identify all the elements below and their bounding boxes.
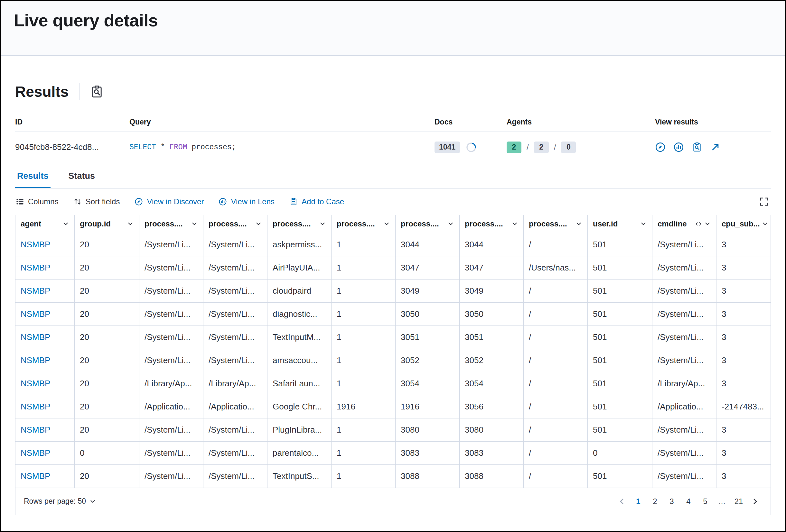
table-row: NSMBP20/System/Li.../System/Li...amsacco… [16,349,770,372]
column-header-3[interactable]: process.... [139,215,203,233]
lens-icon [218,197,227,206]
view-results-details-icon[interactable] [692,142,702,152]
grid-cell: /Library/Ap... [652,372,716,395]
view-in-discover-button[interactable]: View in Discover [135,197,204,206]
grid-cell: 501 [588,233,652,256]
chevron-down-icon [191,220,198,227]
grid-cell: 501 [588,418,652,442]
grid-cell: /System/Li... [139,418,203,442]
docs-count-badge: 1041 [435,142,460,153]
column-header-label: agent [21,219,60,228]
grid-cell: 501 [588,303,652,326]
column-header-9[interactable]: process.... [524,215,588,233]
agent-link-cell[interactable]: NSMBP [16,349,75,372]
summary-header-docs: Docs [435,118,507,126]
fullscreen-icon[interactable] [759,197,769,207]
loading-spinner-icon [464,140,478,154]
sort-fields-button[interactable]: Sort fields [73,197,120,206]
agents-failed-badge: 0 [561,142,576,153]
table-row: NSMBP20/System/Li.../System/Li...cloudpa… [16,280,770,303]
query-select-keyword: SELECT [130,143,156,151]
page-content: Results ID Query Docs Agents View result… [1,83,785,515]
agent-link-cell[interactable]: NSMBP [16,303,75,326]
column-header-4[interactable]: process.... [203,215,268,233]
column-header-5[interactable]: process.... [268,215,331,233]
agent-link-cell[interactable]: NSMBP [16,280,75,303]
discover-icon [135,197,143,206]
page-button-3[interactable]: 3 [664,494,679,509]
view-in-lens-icon[interactable] [673,142,684,152]
grid-cell: 3050 [460,303,524,326]
rows-per-page-button[interactable]: Rows per page: 50 [24,497,96,506]
grid-cell: diagnostic... [268,303,331,326]
column-header-11[interactable]: cmdline [652,215,716,233]
column-header-12[interactable]: cpu_sub... [716,215,771,233]
grid-cell: 1 [331,303,396,326]
grid-cell: 3044 [460,233,524,256]
grid-cell: /Users/nas... [524,256,588,280]
agent-link-cell[interactable]: NSMBP [16,395,75,418]
column-header-10[interactable]: user.id [588,215,652,233]
grid-cell: /System/Li... [652,418,716,442]
page-button-4[interactable]: 4 [681,494,696,509]
page-title: Live query details [14,10,772,31]
grid-cell: /System/Li... [203,233,268,256]
results-heading: Results [15,83,69,100]
grid-cell: /System/Li... [652,256,716,280]
summary-header-agents: Agents [507,118,655,126]
grid-cell: 20 [75,395,139,418]
column-header-label: process.... [529,219,573,228]
page-button-5[interactable]: 5 [698,494,713,509]
chevron-down-icon [762,220,769,227]
agent-link-cell[interactable]: NSMBP [16,233,75,256]
column-header-2[interactable]: group.id [75,215,139,233]
grid-cell: / [524,303,588,326]
agent-link-cell[interactable]: NSMBP [16,372,75,395]
columns-button[interactable]: Columns [16,197,59,206]
grid-cell: 1916 [396,395,460,418]
agent-link-cell[interactable]: NSMBP [16,326,75,349]
grid-cell: 3088 [396,465,460,488]
grid-cell: 3 [716,326,771,349]
agent-link-cell[interactable]: NSMBP [16,418,75,442]
previous-page-button[interactable] [615,494,629,509]
page-button-21[interactable]: 21 [731,494,746,509]
column-header-8[interactable]: process.... [460,215,524,233]
docs-cell: 1041 [435,142,507,153]
open-details-icon[interactable] [710,142,721,152]
column-header-6[interactable]: process.... [331,215,396,233]
agents-succeeded-badge: 2 [507,142,522,153]
column-header-7[interactable]: process.... [396,215,460,233]
agents-separator: / [554,143,556,152]
chevron-down-icon [447,220,454,227]
inspect-results-icon[interactable] [90,84,104,99]
tab-results[interactable]: Results [15,164,50,188]
column-header-1[interactable]: agent [16,215,75,233]
grid-cell: /Applicatio... [139,395,203,418]
page-button-1[interactable]: 1 [631,494,646,509]
tab-status[interactable]: Status [67,164,97,188]
chevron-down-icon [319,220,326,227]
view-in-discover-icon[interactable] [655,142,666,152]
agent-link-cell[interactable]: NSMBP [16,256,75,280]
page-button-2[interactable]: 2 [648,494,663,509]
chevron-down-icon [89,498,96,505]
query-text: SELECT * FROM processes; [130,143,435,151]
agent-link-cell[interactable]: NSMBP [16,465,75,488]
view-in-lens-button[interactable]: View in Lens [218,197,275,206]
grid-cell: 3 [716,442,771,465]
summary-row: 9045fcb8-8522-4cd8... SELECT * FROM proc… [15,132,771,164]
column-header-label: cpu_sub... [722,219,760,228]
grid-cell: 0 [588,442,652,465]
grid-cell: 3 [716,303,771,326]
grid-cell: 1 [331,349,396,372]
add-to-case-button[interactable]: Add to Case [290,197,344,206]
next-page-button[interactable] [748,494,762,509]
agent-link-cell[interactable]: NSMBP [16,442,75,465]
column-header-label: process.... [465,219,509,228]
grid-cell: 1 [331,442,396,465]
table-row: NSMBP20/System/Li.../System/Li...askperm… [16,233,770,256]
grid-cell: 20 [75,256,139,280]
grid-cell: parentalco... [268,442,331,465]
column-header-label: user.id [593,219,638,228]
